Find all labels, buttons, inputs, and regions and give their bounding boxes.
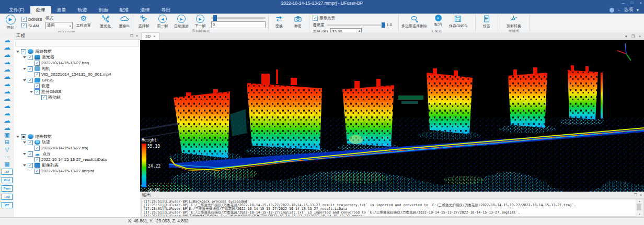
prism-icon[interactable]: ▽ xyxy=(5,146,9,153)
tree-checkbox[interactable] xyxy=(28,78,33,83)
tree-checkbox[interactable] xyxy=(34,72,40,77)
cloud-f-tool-icon[interactable]: ☁F xyxy=(4,102,10,109)
cloud-e-tool-icon[interactable]: ☁E xyxy=(4,124,10,131)
auto-roam-button[interactable]: ▶ 自动漫游 xyxy=(172,15,190,29)
scroll-down-icon[interactable]: ▾ xyxy=(639,212,640,216)
tree-item[interactable]: 相机 xyxy=(14,66,140,72)
view-tool-3d[interactable]: 3D xyxy=(2,169,13,175)
cloud-t-tool-icon[interactable]: ☁T xyxy=(4,73,10,80)
expand-arrow-icon[interactable] xyxy=(23,153,26,155)
view-tool-log[interactable]: Log xyxy=(2,194,13,200)
dgnss-checkbox[interactable]: DGNSS xyxy=(21,17,42,22)
scroll-thumb[interactable] xyxy=(637,204,641,210)
expand-arrow-icon[interactable] xyxy=(16,51,19,53)
menu-tab-trajectory[interactable]: 轨迹 xyxy=(72,6,93,14)
float-panel-icon[interactable]: ❐ xyxy=(130,34,133,38)
expand-arrow-icon[interactable] xyxy=(23,164,26,167)
tab-list-caret-icon[interactable]: ▾ xyxy=(625,34,627,39)
tree-checkbox[interactable] xyxy=(21,49,26,54)
projection-convert-button[interactable]: 投影转换 xyxy=(505,15,523,29)
toolbar-grip[interactable] xyxy=(3,32,12,36)
close-panel-icon[interactable]: × xyxy=(136,34,138,38)
menu-tab-process[interactable]: 处理 xyxy=(30,6,51,14)
view-tool-pt[interactable]: PT xyxy=(2,202,13,208)
mode-select[interactable]: 通用▾ xyxy=(45,22,73,29)
menu-tab-export[interactable]: 导出 xyxy=(156,6,177,14)
show-pointcloud-checkbox[interactable]: 显示点云 xyxy=(313,16,335,21)
tree-checkbox[interactable] xyxy=(34,61,40,66)
cloud-b-tool-icon[interactable]: ☁B xyxy=(4,80,10,87)
tree-item[interactable]: 原始数据 xyxy=(14,49,140,54)
select-frame-button[interactable]: 选择帧 xyxy=(135,15,153,29)
menu-tab-file[interactable]: 文件(F) xyxy=(3,6,30,14)
tree-item[interactable]: 轨迹 xyxy=(14,139,140,145)
cloud-n-tool-icon[interactable]: ☁N xyxy=(4,109,10,116)
reexport-button[interactable]: 重输出 xyxy=(116,15,133,29)
next-frame-button[interactable]: ▶ 下一帧 xyxy=(191,15,209,29)
tree-item[interactable]: 2022-10-14-15-13-27.imglist xyxy=(14,168,140,174)
reoptimize-button[interactable]: 重优化 xyxy=(97,15,114,29)
float-panel-icon[interactable]: ❐ xyxy=(631,34,635,39)
close-button[interactable]: × xyxy=(639,0,642,6)
tree-checkbox[interactable] xyxy=(28,151,33,157)
tree-item[interactable]: 2022-10-14-15-13-27.traj xyxy=(14,145,140,151)
scroll-up-icon[interactable]: ▴ xyxy=(639,199,640,203)
view-tool-pano[interactable]: Pano xyxy=(2,185,13,192)
tree-checkbox[interactable] xyxy=(34,89,40,94)
tree-checkbox[interactable] xyxy=(28,55,33,60)
options-caret-icon[interactable]: ▾ xyxy=(637,7,639,13)
tree-item[interactable]: 2022-10-14-15-13-27.bag xyxy=(14,60,140,66)
tree-item[interactable]: 差分GNSS xyxy=(14,89,140,94)
tree-item[interactable]: VID_20221014_154135_00_001.mp4 xyxy=(14,72,140,77)
view-tool-prof[interactable]: Prof xyxy=(2,177,13,183)
tree-checkbox[interactable] xyxy=(34,169,40,174)
close-tab-icon[interactable]: × xyxy=(153,34,155,38)
menu-tab-measure[interactable]: 测量 xyxy=(51,6,72,14)
viewport-3d[interactable]: Height 55.10 24.22 -6.65 xyxy=(140,40,644,192)
close-panel-icon[interactable]: × xyxy=(640,193,642,197)
float-panel-icon[interactable]: ❐ xyxy=(634,193,637,197)
account-icon[interactable] xyxy=(610,8,614,13)
options-button[interactable]: 选项 xyxy=(624,7,633,13)
tree-checkbox[interactable] xyxy=(28,140,33,145)
close-panel-icon[interactable]: × xyxy=(639,34,641,39)
tree-item[interactable]: ☁点云 xyxy=(14,151,140,157)
opacity-slider[interactable] xyxy=(327,25,385,26)
image-icon[interactable]: ▦ xyxy=(4,160,9,168)
tree-checkbox[interactable] xyxy=(41,95,47,100)
output-log[interactable]: [17:25:51][LiFuser-BP]LiBackpack process… xyxy=(141,199,636,217)
cancel-button[interactable]: × 取消 xyxy=(429,15,447,27)
cloud-s-tool-icon[interactable]: ☁S xyxy=(4,58,10,65)
calibrate-button[interactable]: 标定 xyxy=(289,15,307,29)
tree-item[interactable]: 移动站 xyxy=(14,94,140,100)
frame-slider[interactable] xyxy=(211,17,266,19)
slam-checkbox[interactable]: SLAM xyxy=(21,23,42,28)
expand-arrow-icon[interactable] xyxy=(23,68,26,70)
cloud-i-tool-icon[interactable]: ☁I xyxy=(4,43,10,51)
expand-arrow-icon[interactable] xyxy=(23,141,26,144)
report-button[interactable]: 报告 xyxy=(478,15,496,29)
cloud-c-tool-icon[interactable]: ☁C xyxy=(4,51,10,58)
output-scrollbar[interactable]: ▴ ▾ xyxy=(636,199,643,217)
tree-item[interactable]: 2022-10-14-15-13-27_result.LiData xyxy=(14,157,140,162)
menu-tab-profile[interactable]: 剖面 xyxy=(93,6,114,14)
transform-button[interactable]: 变换 xyxy=(270,15,288,29)
cloud-h-tool-icon[interactable]: ☁H xyxy=(4,36,10,43)
cloud-r-tool-icon[interactable]: ☁R xyxy=(4,65,10,73)
expand-arrow-icon[interactable] xyxy=(23,56,26,58)
tree-checkbox[interactable] xyxy=(21,134,26,139)
cloud-g-tool-icon[interactable]: ☁G xyxy=(4,87,10,94)
tree-item[interactable]: 影像列表 xyxy=(14,162,140,168)
frame-number-input[interactable]: 0 xyxy=(211,21,266,28)
expand-arrow-icon[interactable] xyxy=(30,91,33,93)
slider-handle[interactable] xyxy=(382,22,385,28)
tree-checkbox[interactable] xyxy=(34,146,40,151)
ribbon-collapse-icon[interactable]: – xyxy=(618,7,620,13)
tree-item[interactable]: 激光器 xyxy=(14,54,140,60)
tree-checkbox[interactable] xyxy=(28,163,33,168)
tree-checkbox[interactable] xyxy=(34,157,40,162)
menu-tab-register[interactable]: 配准 xyxy=(114,6,135,14)
minimize-button[interactable]: – xyxy=(622,0,624,6)
prev-frame-button[interactable]: ◀ 前一帧 xyxy=(154,15,171,29)
expand-icon[interactable]: ⊞ xyxy=(5,138,9,146)
